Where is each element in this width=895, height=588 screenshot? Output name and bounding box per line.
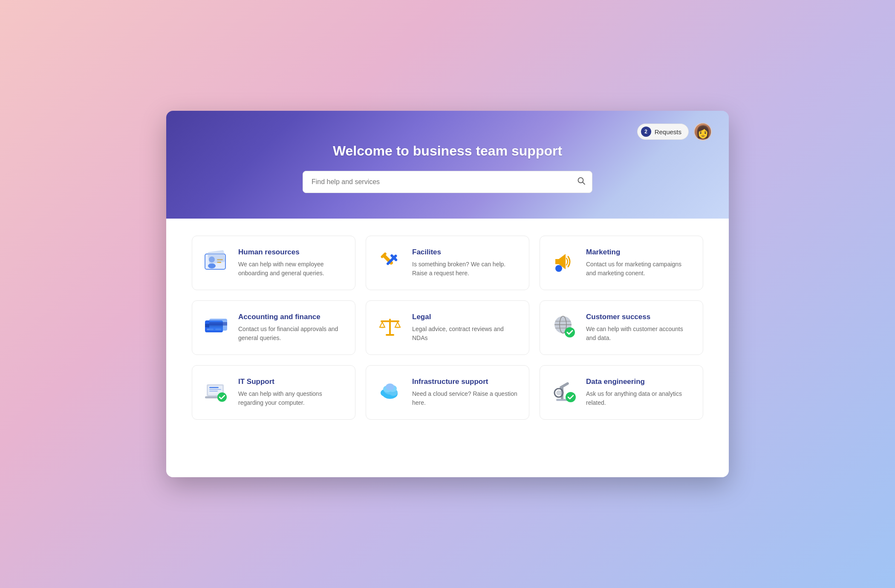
card-desc-data: Ask us for anything data or analytics re…	[586, 389, 693, 407]
card-title-data: Data engineering	[586, 378, 693, 386]
svg-rect-31	[209, 387, 219, 388]
card-content-facilities: Facilites Is something broken? We can he…	[412, 248, 519, 278]
card-title-legal: Legal	[412, 313, 519, 321]
card-desc-hr: We can help with new employee onboarding…	[238, 260, 345, 278]
requests-button[interactable]: 2 Requests	[637, 124, 689, 140]
header-section: 2 Requests Welcome to business team supp…	[166, 111, 729, 219]
card-desc-accounting: Contact us for financial approvals and g…	[238, 325, 345, 343]
card-facilities[interactable]: Facilites Is something broken? We can he…	[366, 236, 529, 290]
card-legal[interactable]: Legal Legal advice, contract reviews and…	[366, 300, 529, 355]
svg-point-48	[566, 392, 576, 402]
app-container: 2 Requests Welcome to business team supp…	[166, 111, 729, 477]
search-button[interactable]	[577, 177, 586, 187]
card-icon-accounting	[202, 313, 230, 340]
card-customer-success[interactable]: Customer success We can help with custom…	[540, 300, 703, 355]
card-content-legal: Legal Legal advice, contract reviews and…	[412, 313, 519, 343]
card-content-hr: Human resources We can help with new emp…	[238, 248, 345, 278]
card-desc-it: We can help with any questions regarding…	[238, 389, 345, 407]
card-desc-customer: We can help with customer accounts and d…	[586, 325, 693, 343]
main-content: Human resources We can help with new emp…	[166, 219, 729, 477]
svg-point-35	[217, 392, 227, 402]
avatar[interactable]	[694, 123, 712, 141]
card-icon-legal	[376, 313, 404, 340]
card-desc-facilities: Is something broken? We can help. Raise …	[412, 260, 519, 278]
card-title-facilities: Facilites	[412, 248, 519, 257]
card-title-infra: Infrastructure support	[412, 378, 519, 386]
svg-rect-33	[209, 391, 218, 392]
requests-label: Requests	[655, 128, 681, 135]
card-marketing[interactable]: Marketing Contact us for marketing campa…	[540, 236, 703, 290]
services-grid: Human resources We can help with new emp…	[192, 236, 703, 420]
card-title-it: IT Support	[238, 378, 345, 386]
card-icon-customer	[550, 313, 577, 340]
svg-rect-8	[208, 250, 225, 264]
card-desc-legal: Legal advice, contract reviews and NDAs	[412, 325, 519, 343]
card-human-resources[interactable]: Human resources We can help with new emp…	[192, 236, 355, 290]
card-it-support[interactable]: IT Support We can help with any question…	[192, 365, 355, 420]
card-title-hr: Human resources	[238, 248, 345, 257]
card-content-infra: Infrastructure support Need a cloud serv…	[412, 378, 519, 407]
card-desc-marketing: Contact us for marketing campaigns and m…	[586, 260, 693, 278]
card-infrastructure[interactable]: Infrastructure support Need a cloud serv…	[366, 365, 529, 420]
avatar-image	[695, 124, 711, 140]
card-accounting[interactable]: Accounting and finance Contact us for fi…	[192, 300, 355, 355]
header-actions: 2 Requests	[637, 123, 712, 141]
page-title: Welcome to business team support	[333, 143, 562, 159]
search-bar	[303, 171, 592, 193]
card-icon-hr	[202, 248, 230, 275]
card-icon-infra	[376, 378, 404, 405]
svg-rect-22	[386, 334, 394, 336]
svg-point-5	[208, 263, 216, 268]
svg-point-47	[556, 390, 561, 395]
card-content-data: Data engineering Ask us for anything dat…	[586, 378, 693, 407]
card-content-customer: Customer success We can help with custom…	[586, 313, 693, 343]
card-title-accounting: Accounting and finance	[238, 313, 345, 321]
card-icon-it	[202, 378, 230, 405]
svg-rect-32	[209, 389, 221, 390]
card-icon-marketing	[550, 248, 577, 275]
svg-line-1	[583, 182, 585, 184]
card-icon-data	[550, 378, 577, 405]
svg-point-13	[555, 265, 562, 272]
svg-point-42	[386, 383, 394, 390]
svg-rect-19	[209, 322, 227, 326]
card-title-marketing: Marketing	[586, 248, 693, 257]
search-icon	[577, 177, 586, 185]
card-desc-infra: Need a cloud service? Raise a question h…	[412, 389, 519, 407]
card-content-marketing: Marketing Contact us for marketing campa…	[586, 248, 693, 278]
card-data-engineering[interactable]: Data engineering Ask us for anything dat…	[540, 365, 703, 420]
search-input[interactable]	[303, 171, 592, 193]
card-icon-facilities	[376, 248, 404, 275]
requests-badge: 2	[641, 127, 651, 137]
svg-rect-45	[559, 382, 569, 389]
card-content-accounting: Accounting and finance Contact us for fi…	[238, 313, 345, 343]
card-content-it: IT Support We can help with any question…	[238, 378, 345, 407]
card-title-customer: Customer success	[586, 313, 693, 321]
svg-rect-21	[381, 320, 399, 322]
